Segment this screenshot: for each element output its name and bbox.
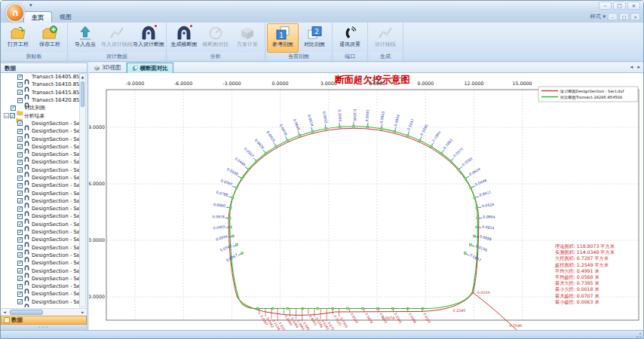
scroll-up-icon[interactable]: ▲ (80, 74, 85, 81)
checkbox-icon[interactable] (17, 276, 23, 281)
checkbox-icon[interactable] (17, 121, 23, 126)
tree-item-section[interactable]: DesignSection - Sect (1, 127, 79, 135)
checkbox-icon[interactable] (17, 261, 23, 266)
tree-item-section[interactable]: DesignSection - Sect (1, 221, 79, 228)
checkbox-icon[interactable] (17, 245, 23, 250)
panel-grip[interactable]: ••• (1, 325, 87, 330)
checkbox-icon[interactable] (17, 90, 23, 95)
checkbox-icon[interactable] (17, 221, 23, 227)
tree-horizontal-scrollbar[interactable]: ◄ ► (1, 308, 87, 316)
checkbox-icon[interactable] (17, 136, 23, 142)
checkbox-icon[interactable] (17, 167, 23, 173)
tree-item-section[interactable]: DesignSection - Sect (1, 151, 79, 158)
ribbon-button-3-group-2[interactable]: 导入设计断面 (133, 23, 164, 53)
checkbox-icon[interactable] (17, 206, 23, 212)
style-label[interactable]: 样式 (590, 13, 600, 20)
checkbox-icon[interactable] (17, 299, 23, 304)
ribbon-button-2-group-1[interactable]: 保存工程 (34, 23, 66, 53)
checkbox-icon[interactable] (10, 113, 15, 118)
checkbox-icon[interactable] (17, 268, 23, 273)
checkbox-icon[interactable] (17, 191, 23, 196)
tab-home[interactable]: 主页 (23, 11, 52, 23)
checkbox-icon[interactable] (17, 230, 23, 235)
checkbox-icon[interactable] (17, 176, 23, 181)
tree-item-transect[interactable]: Transect-16415.85 (1, 89, 79, 96)
tree-vertical-scrollbar[interactable]: ▲ (79, 73, 86, 307)
tree-item-section[interactable]: DesignSection - Sect (1, 244, 79, 252)
ribbon-button-2-group-4[interactable]: 2对比剖面 (299, 23, 330, 53)
ribbon-button-1-group-2[interactable]: 导入点云 (69, 23, 101, 53)
checkbox-icon[interactable] (17, 252, 23, 258)
doc-tab-section-compare[interactable]: 横断面对比 (127, 63, 174, 73)
tree-item-folder[interactable]: −分析结果 (1, 111, 79, 119)
checkbox-icon[interactable] (17, 198, 23, 203)
doc-tab-3d-view[interactable]: 3D视图 (89, 63, 127, 73)
data-panel-button[interactable]: 数据 (1, 316, 87, 325)
tree-item-section[interactable]: DesignSection - Sect (1, 174, 79, 182)
close-button[interactable]: × (627, 2, 640, 10)
quick-access-caret-icon[interactable]: ▾ (29, 2, 32, 8)
minimize-button[interactable]: – (599, 2, 612, 10)
tree-item-section[interactable]: DesignSection - Sect (1, 228, 79, 236)
tree-item-section[interactable]: DesignSection - Sect (1, 212, 79, 220)
checkbox-icon[interactable] (11, 105, 16, 111)
ribbon-button-1-group-4[interactable]: 1参考剖面 (267, 23, 299, 53)
checkbox-icon[interactable] (17, 214, 23, 219)
tab-view[interactable]: 视图 (52, 11, 79, 23)
child-maximize-button[interactable]: □ (619, 13, 629, 20)
style-caret-icon[interactable]: ▾ (603, 14, 606, 20)
checkbox-icon[interactable] (17, 183, 23, 188)
checkbox-icon[interactable] (17, 82, 23, 87)
section-compare-canvas[interactable]: 断面超欠挖示意图 -9.0000-6.0000-3.00000.00003.00… (89, 73, 643, 330)
checkbox-icon[interactable] (17, 152, 23, 157)
checkbox-icon[interactable] (17, 237, 23, 243)
tree-item-transect[interactable]: Transect-16410.85 (1, 81, 79, 88)
checkbox-icon[interactable] (17, 144, 23, 149)
checkbox-icon[interactable] (17, 160, 23, 165)
checkbox-icon[interactable] (17, 284, 23, 289)
checkbox-icon[interactable] (17, 98, 23, 103)
checkbox-icon[interactable] (17, 75, 23, 80)
tree-item-section[interactable]: DesignSection - Sect (1, 143, 79, 151)
folder-icon (16, 112, 23, 119)
ribbon-button-1-group-1[interactable]: 打开工程 (2, 23, 34, 53)
resize-grip-icon[interactable] (635, 331, 642, 338)
child-minimize-button[interactable]: – (608, 13, 618, 20)
child-close-button[interactable]: × (630, 13, 640, 20)
tree-item-section[interactable]: DesignSection - Sect (1, 135, 79, 142)
collapse-icon[interactable]: − (4, 113, 9, 118)
doc-tab-nav-arrows[interactable]: ◂ ▸ (630, 64, 642, 70)
tree-item-section[interactable]: DesignSection - Sect (1, 197, 79, 205)
scroll-right-icon[interactable]: ► (79, 309, 87, 316)
ribbon-button-1-group-3[interactable]: 生成横断面 (168, 23, 200, 53)
tree-item-section[interactable]: DesignSection - Sect (1, 298, 79, 306)
tree-item-section[interactable]: DesignSection - Sect (1, 259, 79, 267)
tree-item-section[interactable]: DesignSection - Sect (1, 182, 79, 189)
tree-item-transect[interactable]: Transect-16420.85 (1, 96, 79, 104)
checkbox-icon[interactable] (17, 292, 23, 297)
tree-item-section[interactable]: DesignSection - Sect (1, 166, 79, 174)
tree-item-section[interactable]: DesignSection - Sect (1, 267, 79, 274)
tree-item-section[interactable]: DesignSection - Sect (1, 189, 79, 197)
scroll-thumb[interactable] (81, 81, 84, 107)
tree-item-section[interactable]: DesignSection - Sect (1, 252, 79, 259)
ribbon-button-1-group-5[interactable]: 通讯设置 (334, 23, 366, 53)
tree-item-section[interactable]: DesignSection - Sect (1, 120, 79, 127)
scroll-thumb[interactable] (10, 310, 43, 315)
ribbon-button-2-group-3[interactable]: 横断面对比 (200, 23, 232, 53)
tree-item-section[interactable]: DesignSection - Sect (1, 236, 79, 243)
tree-item-transect[interactable]: Transect-16405.85 (1, 73, 79, 81)
maximize-button[interactable]: □ (613, 2, 626, 10)
tree-item-section[interactable]: DesignSection - Sect (1, 290, 79, 298)
tree-item-section[interactable]: DesignSection - Sect (1, 275, 79, 282)
ribbon-button-1-group-6[interactable]: 设计轴线 (370, 23, 401, 53)
app-orb-button[interactable]: ∩ (5, 3, 25, 23)
tree-item-section[interactable]: DesignSection - Sect (1, 158, 79, 166)
tree-item-folder[interactable]: 对比剖面 (1, 104, 79, 111)
scroll-left-icon[interactable]: ◄ (1, 309, 8, 316)
tree-item-section[interactable]: DesignSection - Sect (1, 205, 79, 212)
ribbon-button-3-group-3[interactable]: 方量计算 (232, 23, 263, 53)
tree-item-section[interactable]: DesignSection - Sect (1, 282, 79, 290)
checkbox-icon[interactable] (17, 129, 23, 134)
ribbon-button-2-group-2[interactable]: 导入设计轴线 (101, 23, 133, 53)
